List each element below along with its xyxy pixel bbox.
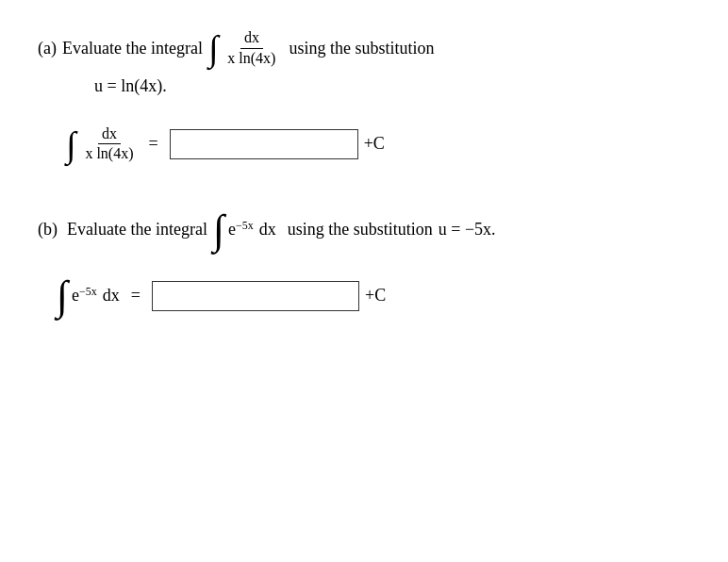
part-b-using-text: using the substitution — [288, 220, 433, 240]
part-b-substitution-inline: u = −5x. — [438, 220, 496, 240]
part-a-using-text: using the substitution — [289, 39, 434, 58]
part-a-eq-fraction: dx x ln(4x) — [81, 124, 137, 165]
part-b-equation: ∫ e−5x dx = +C — [57, 277, 690, 315]
part-b-eq-exp-base: e — [72, 286, 79, 306]
part-a-label: (a) — [38, 39, 57, 58]
part-a-denominator: x ln(4x) — [223, 49, 279, 69]
part-b-eq-integral: ∫ — [57, 277, 68, 315]
part-a-evaluate-text: Evaluate the integral — [62, 39, 203, 58]
page: (a) Evaluate the integral ∫ dx x ln(4x) … — [0, 0, 728, 342]
part-a-eq-denominator: x ln(4x) — [81, 144, 137, 164]
part-b-eq-dx: dx — [103, 286, 120, 306]
part-b-exp-base: e — [228, 220, 236, 240]
part-b-integral-symbol: ∫ — [213, 211, 224, 249]
part-a-integral-symbol: ∫ — [208, 30, 218, 66]
part-b-dx: dx — [259, 220, 276, 240]
part-b-exp-exponent: −5x — [236, 220, 254, 231]
part-b-plus-c: +C — [365, 286, 386, 306]
part-a-header: (a) Evaluate the integral ∫ dx x ln(4x) … — [38, 28, 690, 69]
part-b-evaluate-text: Evaluate the integral — [67, 220, 207, 240]
part-a-eq-numerator: dx — [98, 124, 121, 145]
part-a-plus-c: +C — [364, 134, 385, 154]
part-b-eq-exp-term: e−5x — [72, 286, 97, 306]
part-b-answer-input[interactable] — [152, 281, 359, 311]
part-a-substitution: u = ln(4x). — [94, 76, 690, 96]
part-a-numerator: dx — [240, 28, 263, 49]
part-b-header: (b) Evaluate the integral ∫ e−5x dx usin… — [38, 211, 690, 249]
part-b-label: (b) — [38, 220, 58, 240]
part-a-equation: ∫ dx x ln(4x) = +C — [66, 124, 690, 165]
part-a-answer-input[interactable] — [170, 129, 358, 159]
part-a-fraction: dx x ln(4x) — [223, 28, 279, 69]
part-a-equals: = — [149, 134, 158, 154]
part-b-exp-term: e−5x — [228, 220, 254, 240]
part-b-eq-exp-exponent: −5x — [79, 286, 97, 297]
part-b-equals: = — [131, 286, 141, 306]
part-a-eq-integral: ∫ — [66, 126, 75, 162]
